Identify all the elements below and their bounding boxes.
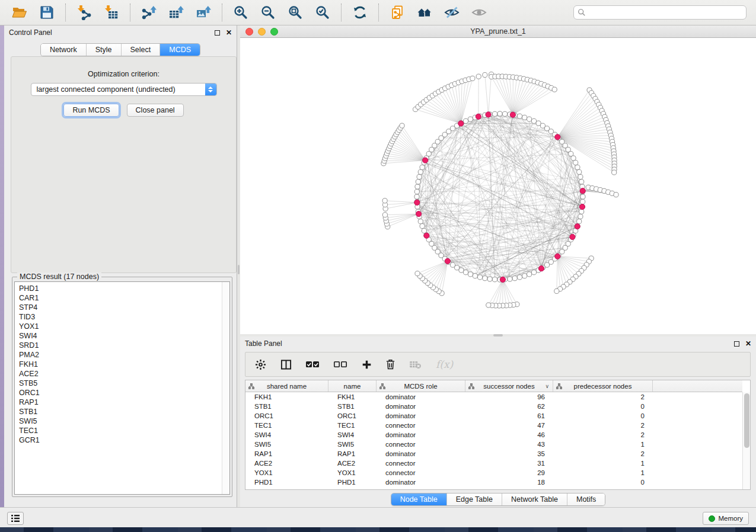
cell-name[interactable]: TEC1	[328, 422, 377, 429]
close-panel-icon[interactable]: ✕	[226, 29, 232, 36]
save-session-icon[interactable]	[39, 4, 55, 21]
table-row[interactable]: TEC1TEC1connector472	[245, 421, 742, 430]
mcds-result-item[interactable]: ACE2	[19, 369, 222, 379]
close-panel-button[interactable]: Close panel	[127, 104, 184, 117]
mcds-result-item[interactable]: STB1	[19, 407, 222, 416]
cell-shared-name[interactable]: STB1	[245, 403, 328, 410]
mcds-result-item[interactable]: TEC1	[19, 426, 222, 435]
cell-MCDS-role[interactable]: connector	[377, 441, 465, 448]
export-table-icon[interactable]	[168, 4, 184, 21]
cell-MCDS-role[interactable]: connector	[377, 422, 465, 429]
mcds-result-item[interactable]: STP4	[19, 303, 222, 312]
table-row[interactable]: RAP1RAP1dominator352	[245, 449, 742, 459]
cell-predecessor-nodes[interactable]: 2	[553, 450, 653, 457]
column-header-successor-nodes[interactable]: successor nodes∨	[465, 380, 553, 392]
cell-predecessor-nodes[interactable]: 2	[553, 393, 653, 400]
column-header-name[interactable]: name	[328, 380, 377, 392]
close-panel-icon[interactable]: ✕	[745, 340, 751, 347]
optimization-criterion-dropdown[interactable]: largest connected component (undirected)	[31, 83, 217, 96]
tab-style[interactable]: Style	[87, 44, 122, 56]
search-input[interactable]	[588, 8, 742, 17]
mcds-result-item[interactable]: SWI5	[19, 416, 222, 426]
mcds-list-scrollbar[interactable]	[222, 282, 229, 494]
cell-name[interactable]: ORC1	[328, 412, 377, 419]
apply-layout-icon[interactable]	[352, 4, 368, 21]
mcds-result-item[interactable]: SWI4	[19, 331, 222, 341]
float-window-icon[interactable]	[734, 341, 739, 347]
tab-network[interactable]: Network	[41, 44, 87, 56]
cell-name[interactable]: ACE2	[328, 460, 377, 467]
cell-MCDS-role[interactable]: dominator	[377, 450, 465, 457]
cell-successor-nodes[interactable]: 35	[465, 450, 553, 457]
cell-predecessor-nodes[interactable]: 1	[553, 460, 653, 467]
cell-successor-nodes[interactable]: 62	[465, 403, 553, 410]
table-row[interactable]: PHD1PHD1dominator180	[245, 477, 742, 487]
deselect-all-checkboxes-icon[interactable]	[334, 360, 347, 368]
show-panels-list-button[interactable]	[7, 512, 24, 525]
zoom-in-icon[interactable]	[232, 4, 249, 21]
open-file-icon[interactable]	[11, 4, 28, 21]
new-network-from-selection-icon[interactable]	[389, 4, 406, 21]
cell-predecessor-nodes[interactable]: 0	[553, 403, 653, 410]
cell-MCDS-role[interactable]: dominator	[377, 479, 465, 486]
tab-motifs[interactable]: Motifs	[567, 493, 605, 505]
splitter-grip[interactable]	[238, 265, 240, 274]
mcds-result-item[interactable]: PHD1	[19, 284, 222, 293]
run-mcds-button[interactable]: Run MCDS	[63, 104, 119, 117]
mcds-result-item[interactable]: TID3	[19, 312, 222, 322]
zoom-selected-icon[interactable]	[314, 4, 331, 21]
cell-successor-nodes[interactable]: 46	[465, 431, 553, 438]
tab-node-table[interactable]: Node Table	[391, 493, 447, 505]
mcds-result-item[interactable]: PMA2	[19, 350, 222, 360]
tab-mcds[interactable]: MCDS	[160, 44, 200, 56]
mcds-result-item[interactable]: SRD1	[19, 341, 222, 350]
delete-column-icon[interactable]	[386, 359, 395, 370]
network-graph[interactable]	[240, 38, 756, 334]
scrollbar-thumb[interactable]	[744, 393, 749, 448]
cell-name[interactable]: SWI5	[328, 441, 377, 448]
export-image-icon[interactable]	[195, 4, 212, 21]
column-header-predecessor-nodes[interactable]: predecessor nodes	[553, 380, 653, 392]
mcds-result-item[interactable]: CAR1	[19, 293, 222, 303]
cell-shared-name[interactable]: YOX1	[245, 469, 328, 476]
cell-successor-nodes[interactable]: 18	[465, 479, 553, 486]
first-neighbors-icon[interactable]	[416, 4, 433, 21]
mcds-result-item[interactable]: ORC1	[19, 388, 222, 398]
mcds-result-list[interactable]: PHD1CAR1STP4TID3YOX1SWI4SRD1PMA2FKH1ACE2…	[14, 281, 230, 495]
cell-predecessor-nodes[interactable]: 1	[553, 441, 653, 448]
mcds-result-item[interactable]: STB5	[19, 379, 222, 388]
cell-name[interactable]: RAP1	[328, 450, 377, 457]
network-canvas[interactable]	[240, 38, 756, 334]
cell-shared-name[interactable]: ORC1	[245, 412, 328, 419]
mcds-result-item[interactable]: YOX1	[19, 322, 222, 331]
table-row[interactable]: FKH1FKH1dominator962	[245, 392, 742, 402]
mcds-result-item[interactable]: RAP1	[19, 398, 222, 407]
column-header-MCDS-role[interactable]: MCDS role	[377, 380, 465, 392]
zoom-out-icon[interactable]	[260, 4, 276, 21]
cell-shared-name[interactable]: PHD1	[245, 479, 328, 486]
import-table-file-icon[interactable]	[103, 4, 120, 21]
mcds-result-item[interactable]: GCR1	[19, 435, 222, 445]
cell-name[interactable]: YOX1	[328, 469, 377, 476]
cell-shared-name[interactable]: SWI5	[245, 441, 328, 448]
column-header-shared-name[interactable]: shared name	[245, 380, 328, 392]
table-row[interactable]: STB1STB1dominator620	[245, 402, 742, 411]
split-columns-icon[interactable]	[280, 359, 292, 370]
tab-select[interactable]: Select	[122, 44, 161, 56]
cell-shared-name[interactable]: RAP1	[245, 450, 328, 457]
search-box[interactable]	[573, 5, 747, 20]
table-scrollbar[interactable]	[742, 392, 750, 489]
cell-shared-name[interactable]: SWI4	[245, 431, 328, 438]
cell-predecessor-nodes[interactable]: 2	[553, 431, 653, 438]
cell-predecessor-nodes[interactable]: 1	[553, 469, 653, 476]
cell-successor-nodes[interactable]: 43	[465, 441, 553, 448]
cell-MCDS-role[interactable]: dominator	[377, 412, 465, 419]
network-window-titlebar[interactable]: YPA_prune.txt_1	[240, 25, 756, 38]
cell-name[interactable]: FKH1	[328, 393, 377, 400]
table-row[interactable]: SWI5SWI5connector431	[245, 440, 742, 449]
cell-name[interactable]: SWI4	[328, 431, 377, 438]
table-row[interactable]: ACE2ACE2connector311	[245, 459, 742, 468]
cell-MCDS-role[interactable]: dominator	[377, 431, 465, 438]
table-row[interactable]: ORC1ORC1dominator610	[245, 411, 742, 421]
cell-name[interactable]: STB1	[328, 403, 377, 410]
